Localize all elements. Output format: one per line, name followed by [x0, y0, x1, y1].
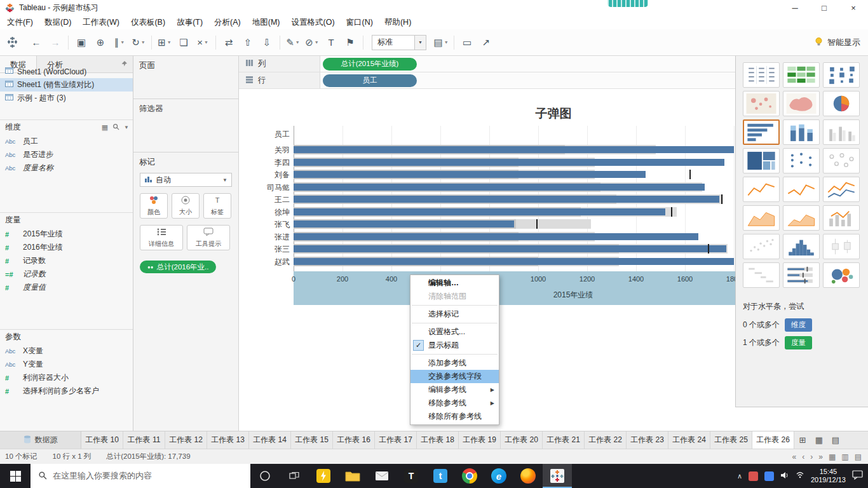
menu-item-6[interactable]: 分析(A) — [208, 16, 247, 29]
dimension-field-2[interactable]: Abc是否进步 — [0, 148, 133, 161]
measure-field-1[interactable]: #2015年业绩 — [0, 227, 133, 241]
bar-mark[interactable] — [294, 220, 514, 227]
parameter-field-2[interactable]: AbcY变量 — [0, 358, 133, 371]
show-me-pie-chart[interactable] — [823, 91, 860, 116]
sheet-tab-15[interactable]: 工作表 15 — [291, 431, 333, 449]
share-icon[interactable]: ↗ — [478, 34, 494, 51]
columns-pill[interactable]: 总计(2015年业绩) — [323, 58, 417, 71]
network-icon[interactable] — [796, 471, 804, 480]
show-me-text-table[interactable] — [743, 62, 780, 88]
show-me-dual-combination[interactable] — [823, 205, 860, 231]
undo-icon[interactable]: ← — [28, 34, 44, 51]
maximize-button[interactable]: □ — [810, 0, 839, 15]
show-me-continuous-area[interactable] — [743, 205, 780, 231]
task-view-button[interactable] — [280, 464, 309, 488]
show-filmstrip-icon[interactable]: ▥ — [841, 452, 848, 461]
sheet-tab-16[interactable]: 工作表 16 — [333, 431, 375, 449]
show-me-packed-bubbles[interactable] — [823, 262, 860, 288]
sheet-tab-12[interactable]: 工作表 12 — [165, 431, 207, 449]
taskbar-clock[interactable]: 15:452019/12/13 — [811, 468, 846, 484]
show-me-treemap[interactable] — [743, 148, 780, 173]
chevron-down-icon[interactable]: ▼ — [414, 36, 426, 50]
context-menu-item-6[interactable]: 设置格式... — [410, 325, 499, 339]
sheet-tab-25[interactable]: 工作表 25 — [710, 431, 752, 449]
show-me-side-by-side-bars[interactable] — [823, 119, 860, 145]
duplicate-icon[interactable]: ❏ — [175, 34, 192, 51]
app-yellow-icon[interactable] — [309, 464, 338, 488]
new-story-icon[interactable]: ▤ — [827, 431, 844, 449]
file-explorer-icon[interactable] — [338, 464, 367, 488]
parameter-field-4[interactable]: #选择利润前多少名客户 — [0, 384, 133, 398]
mark-type-dropdown[interactable]: 自动 ▼ — [140, 173, 232, 187]
search-icon[interactable] — [112, 123, 119, 132]
data-source-2[interactable]: Sheet1 (销售业绩对比) — [0, 78, 133, 92]
group-members-icon[interactable]: ⊘▼ — [304, 34, 320, 51]
new-worksheet-icon[interactable]: ⊞▼ — [156, 34, 173, 51]
show-me-stacked-bars[interactable] — [783, 119, 820, 145]
menu-item-10[interactable]: 帮助(H) — [379, 16, 417, 29]
sheet-tab-21[interactable]: 工作表 21 — [543, 431, 585, 449]
detail-button[interactable]: 详细信息 — [140, 225, 183, 250]
sheet-tab-18[interactable]: 工作表 18 — [417, 431, 459, 449]
context-menu-item-11[interactable]: 编辑参考线▶ — [410, 383, 499, 396]
show-hide-cards-icon[interactable]: ▤▼ — [433, 34, 449, 51]
context-menu-item-12[interactable]: 移除参考线▶ — [410, 396, 499, 410]
new-dashboard-icon[interactable]: ▦ — [811, 431, 827, 449]
show-me-dual-lines[interactable] — [823, 177, 860, 202]
capture-widget[interactable] — [607, 0, 648, 7]
presentation-mode-icon[interactable]: ▭ — [459, 34, 475, 51]
bar-mark[interactable] — [294, 171, 646, 178]
parameter-field-1[interactable]: AbcX变量 — [0, 344, 133, 358]
marks-detail-pill[interactable]: ●●总计(2016年业.. — [140, 261, 216, 273]
tray-app-red-icon[interactable] — [749, 471, 758, 481]
menu-item-9[interactable]: 窗口(N) — [341, 16, 379, 29]
fix-axes-icon[interactable]: ⚑ — [342, 34, 358, 51]
menu-item-8[interactable]: 设置格式(O) — [286, 16, 341, 29]
pause-updates-icon[interactable]: ∥▼ — [111, 34, 128, 51]
measure-field-4[interactable]: =#记录数 — [0, 268, 133, 281]
sort-ascending-icon[interactable]: ⇧ — [240, 34, 256, 51]
first-sheet-icon[interactable]: « — [792, 452, 797, 461]
menu-item-5[interactable]: 故事(T) — [171, 16, 208, 29]
bar-mark[interactable] — [294, 146, 734, 153]
previous-sheet-icon[interactable]: ‹ — [802, 452, 804, 461]
menu-item-4[interactable]: 仪表板(B) — [125, 16, 171, 29]
menu-item-2[interactable]: 数据(D) — [39, 16, 77, 29]
show-me-button[interactable]: 智能显示 — [814, 37, 860, 48]
highlight-icon[interactable]: ✎▼ — [285, 34, 301, 51]
context-menu-item-1[interactable]: 编辑轴… — [410, 276, 499, 290]
data-source-1[interactable]: Sheet1 (WordCloud) — [0, 65, 133, 78]
parameter-field-3[interactable]: #利润容器大小 — [0, 371, 133, 384]
bar-mark[interactable] — [294, 258, 734, 265]
sheet-tab-17[interactable]: 工作表 17 — [375, 431, 417, 449]
context-menu-item-7[interactable]: ✓显示标题 — [410, 339, 499, 352]
show-me-gantt[interactable] — [743, 262, 780, 288]
show-me-discrete-area[interactable] — [783, 205, 820, 231]
measure-field-2[interactable]: #2016年业绩 — [0, 241, 133, 254]
sheet-tab-10[interactable]: 工作表 10 — [81, 431, 123, 449]
dimension-field-1[interactable]: Abc员工 — [0, 135, 133, 148]
show-me-filled-map[interactable] — [783, 91, 820, 116]
show-sheet-sorter-icon[interactable]: ▦ — [829, 452, 836, 461]
add-data-icon[interactable]: ⊕ — [92, 34, 109, 51]
show-me-histogram[interactable] — [783, 234, 820, 259]
show-me-highlight-table[interactable] — [783, 62, 820, 88]
sheet-tab-23[interactable]: 工作表 23 — [627, 431, 668, 449]
tencent-t-icon[interactable]: t — [426, 464, 455, 488]
measure-field-5[interactable]: #度量值 — [0, 281, 133, 294]
label-button[interactable]: T标签 — [203, 193, 231, 219]
bar-mark[interactable] — [294, 208, 665, 215]
show-tabs-icon[interactable]: ▤ — [855, 452, 862, 461]
save-icon[interactable]: ▣ — [73, 34, 90, 51]
rows-pill[interactable]: 员工 — [323, 74, 417, 87]
cortana-button[interactable] — [250, 464, 280, 488]
sheet-tab-26[interactable]: 工作表 26 — [752, 431, 794, 449]
tableau-icon[interactable] — [543, 464, 572, 488]
start-button[interactable] — [0, 464, 31, 488]
context-menu-item-10[interactable]: 交换参考线字段 — [410, 370, 499, 383]
filters-card[interactable]: 筛选器 — [133, 99, 238, 152]
bar-mark[interactable] — [294, 245, 726, 252]
color-button[interactable]: 颜色 — [140, 193, 168, 219]
taskbar-search-box[interactable]: 在这里输入你要搜索的内容 — [31, 464, 250, 488]
hidden-icons-chevron-icon[interactable]: ∧ — [737, 472, 742, 480]
